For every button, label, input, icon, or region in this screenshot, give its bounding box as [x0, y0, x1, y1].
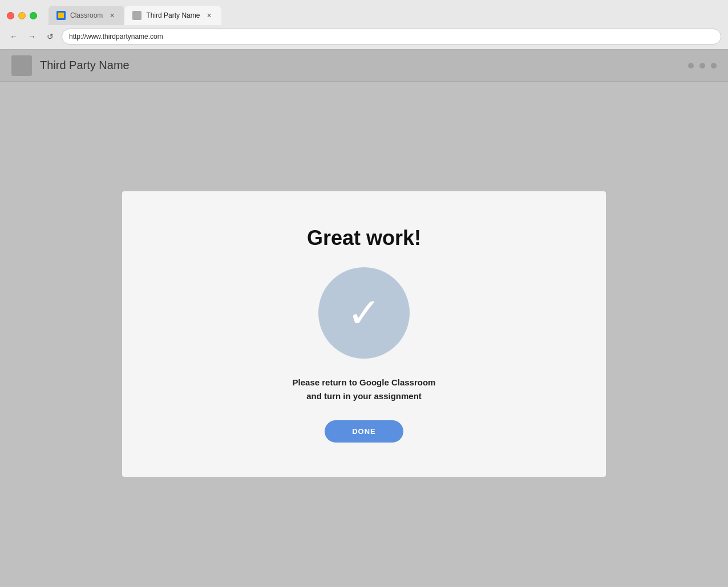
checkmark-icon: ✓ — [347, 292, 381, 333]
header-dot-3 — [711, 63, 717, 69]
third-party-favicon — [132, 11, 141, 20]
site-header-left: Third Party Name — [11, 55, 130, 76]
classroom-favicon — [56, 11, 66, 20]
reload-button[interactable]: ↺ — [43, 30, 57, 43]
back-button[interactable]: ← — [7, 30, 21, 43]
success-message-line1: Please return to Google Classroom — [293, 376, 436, 389]
tab-third-party-label: Third Party Name — [146, 11, 200, 19]
success-icon-circle: ✓ — [318, 267, 410, 359]
page-content: Great work! ✓ Please return to Google Cl… — [0, 82, 728, 586]
site-header: Third Party Name — [0, 50, 728, 82]
browser-chrome: Classroom ✕ Third Party Name ✕ ← → ↺ htt… — [0, 0, 728, 50]
site-logo — [11, 55, 32, 76]
done-button[interactable]: DONE — [325, 420, 403, 443]
tab-classroom[interactable]: Classroom ✕ — [48, 6, 124, 25]
forward-button[interactable]: → — [25, 30, 39, 43]
tab-third-party-close[interactable]: ✕ — [204, 11, 213, 20]
minimize-button[interactable] — [18, 12, 26, 19]
header-dot-2 — [699, 63, 705, 69]
address-bar[interactable]: http://www.thirdpartyname.com — [62, 29, 721, 45]
title-bar: Classroom ✕ Third Party Name ✕ — [0, 0, 728, 25]
success-title: Great work! — [307, 226, 421, 250]
traffic-lights — [7, 12, 37, 19]
tab-classroom-close[interactable]: ✕ — [107, 11, 116, 20]
tab-classroom-label: Classroom — [70, 11, 103, 19]
tabs-container: Classroom ✕ Third Party Name ✕ — [48, 6, 221, 25]
site-header-right — [688, 63, 717, 69]
site-title: Third Party Name — [40, 59, 130, 72]
maximize-button[interactable] — [30, 12, 37, 19]
close-button[interactable] — [7, 12, 14, 19]
success-message: Please return to Google Classroom and tu… — [293, 376, 436, 403]
success-message-line2: and turn in your assignment — [293, 389, 436, 403]
url-text: http://www.thirdpartyname.com — [69, 33, 163, 41]
header-dot-1 — [688, 63, 694, 69]
success-card: Great work! ✓ Please return to Google Cl… — [122, 191, 606, 477]
tab-third-party[interactable]: Third Party Name ✕ — [124, 6, 221, 25]
address-bar-row: ← → ↺ http://www.thirdpartyname.com — [0, 25, 728, 49]
